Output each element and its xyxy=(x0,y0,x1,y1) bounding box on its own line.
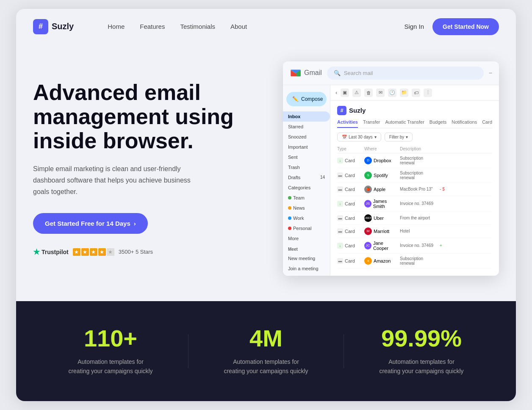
label-icon[interactable]: 🏷 xyxy=(412,89,420,97)
jane-avatar: JC xyxy=(364,242,371,249)
gmail-nav-more[interactable]: More xyxy=(283,233,330,244)
row-type-spotify: ▬ Card xyxy=(337,172,363,178)
star-2: ★ xyxy=(81,248,89,256)
stat-2-desc: Automation templates for creating your c… xyxy=(224,357,308,376)
nav-features[interactable]: Features xyxy=(140,23,165,30)
trustpilot-icon: ★ xyxy=(33,247,40,257)
desc-james: Invoice no. 37469 xyxy=(400,201,438,206)
move-icon[interactable]: 📁 xyxy=(400,89,408,97)
delete-icon[interactable]: 🗑 xyxy=(364,89,373,97)
gmail-new-meeting[interactable]: New meeting xyxy=(283,253,330,263)
tab-notifications[interactable]: Notifications xyxy=(452,119,477,128)
date-filter-label: Last 30 days xyxy=(349,135,373,139)
tab-activities[interactable]: Activities xyxy=(337,119,358,128)
desc-jane: Invoice no. 37469 xyxy=(400,243,438,248)
gmail-nav-important[interactable]: Important xyxy=(283,142,330,152)
dropbox-avatar: D xyxy=(364,157,372,164)
nav-home[interactable]: Home xyxy=(108,23,125,30)
sign-in-button[interactable]: Sign In xyxy=(404,23,424,30)
gmail-title: Gmail xyxy=(304,69,322,77)
gmail-search-bar[interactable]: 🔍 Search mail xyxy=(327,66,484,80)
compose-button[interactable]: ✏️ Compose xyxy=(286,92,327,106)
filterby-label: Filter by xyxy=(389,135,405,139)
archive-icon[interactable]: ▣ xyxy=(341,89,349,97)
suzly-tabs: Activities Transfer Automatic Transfer B… xyxy=(337,119,492,128)
more-icon[interactable]: ⋮ xyxy=(424,89,432,97)
nav-about[interactable]: About xyxy=(230,23,247,30)
nav-links: Home Features Testimonials About xyxy=(108,23,404,30)
table-row: ▬ Card 🍎 Apple MacBook Pro 13" - $ xyxy=(337,183,492,196)
spotify-avatar: S xyxy=(364,172,372,179)
gmail-nav-work[interactable]: Work xyxy=(283,213,330,223)
filterby-button[interactable]: Filter by ▾ xyxy=(385,133,413,141)
desc-dropbox: Subscription renewal xyxy=(400,156,438,165)
where-spotify: S Spotify xyxy=(364,172,398,179)
col-type: Type xyxy=(337,147,363,151)
gmail-nav-starred[interactable]: Starred xyxy=(283,122,330,132)
stats-section: 110+ Automation templates for creating y… xyxy=(16,301,516,402)
gmail-nav-trash[interactable]: Trash xyxy=(283,162,330,172)
get-started-nav-button[interactable]: Get Started Now xyxy=(432,18,499,35)
stat-3-desc: Automation templates for creating your c… xyxy=(379,357,464,376)
row-icon: ↓ xyxy=(337,243,343,249)
stat-2-number: 4M xyxy=(188,327,344,350)
uber-avatar: UBER xyxy=(364,214,372,222)
mark-icon[interactable]: ✉ xyxy=(376,89,385,97)
stat-2: 4M Automation templates for creating you… xyxy=(188,327,344,376)
gmail-nav-categories[interactable]: Categories xyxy=(283,183,330,193)
gmail-nav-drafts[interactable]: Drafts 14 xyxy=(283,172,330,183)
col-where: Where xyxy=(364,147,398,151)
compose-label: Compose xyxy=(301,96,323,102)
tab-budgets[interactable]: Budgets xyxy=(429,119,446,128)
table-row: ▬ Card S Spotify Subscription renewal xyxy=(337,168,492,183)
gmail-nav-snoozed[interactable]: Snoozed xyxy=(283,132,330,142)
gmail-collapse-icon[interactable]: − xyxy=(489,69,492,76)
hero-cta-button[interactable]: Get Started Free for 14 Days › xyxy=(33,213,148,234)
marriott-avatar: M xyxy=(364,227,372,235)
nav-actions: Sign In Get Started Now xyxy=(404,18,499,35)
spam-icon[interactable]: ⚠ xyxy=(352,89,361,97)
navbar: # Suzly Home Features Testimonials About… xyxy=(16,9,516,44)
where-amazon: a Amazon xyxy=(364,257,398,265)
hero-description: Simple email marketing is clean and user… xyxy=(33,163,194,198)
nav-testimonials[interactable]: Testimonials xyxy=(180,23,215,30)
back-icon[interactable]: ‹ xyxy=(335,89,337,96)
apple-avatar: 🍎 xyxy=(364,186,372,193)
row-icon: ↓ xyxy=(337,201,343,207)
where-apple: 🍎 Apple xyxy=(364,186,398,193)
where-dropbox: D Dropbox xyxy=(364,157,398,164)
col-description: Description xyxy=(400,147,438,151)
gmail-nav-personal[interactable]: Personal xyxy=(283,223,330,233)
row-type-marriott: ▬ Card xyxy=(337,228,363,234)
tab-card[interactable]: Card xyxy=(482,119,492,128)
row-icon: ▬ xyxy=(337,172,343,178)
gmail-nav-sent[interactable]: Sent xyxy=(283,152,330,162)
tab-auto-transfer[interactable]: Automatic Transfer xyxy=(385,119,424,128)
desc-marriott: Hotel xyxy=(400,229,438,233)
logo[interactable]: # Suzly xyxy=(33,19,74,34)
gmail-join-meeting[interactable]: Join a meeting xyxy=(283,263,330,274)
star-5: ★ xyxy=(107,248,114,256)
tab-transfer[interactable]: Transfer xyxy=(363,119,380,128)
table-row: ↓ Card JS James Smith Invoice no. 37469 xyxy=(337,196,492,212)
row-type-dropbox: ↓ Card xyxy=(337,158,363,163)
logo-text: Suzly xyxy=(52,22,74,31)
hangouts-section-title: Hangouts xyxy=(283,274,330,276)
col-amount xyxy=(440,147,478,151)
snooze-icon[interactable]: 🕐 xyxy=(388,89,396,97)
row-icon: ▬ xyxy=(337,228,343,234)
stat-3-number: 99.99% xyxy=(344,327,499,350)
gmail-content: ✏️ Compose Inbox Starred Snoozed Importa… xyxy=(283,85,499,276)
drafts-badge: 14 xyxy=(320,175,325,180)
row-icon: ▬ xyxy=(337,215,343,221)
trustpilot-rating-text: 3500+ 5 Stars xyxy=(119,249,153,255)
gmail-nav-inbox[interactable]: Inbox xyxy=(283,111,330,122)
amount-jane: + xyxy=(440,243,478,248)
date-filter-button[interactable]: 📅 Last 30 days ▾ xyxy=(337,133,381,141)
gmail-nav-news[interactable]: News xyxy=(283,203,330,213)
star-rating: ★ ★ ★ ★ ★ xyxy=(73,248,114,256)
trustpilot-logo: ★ Trustpilot xyxy=(33,247,69,257)
stat-1: 110+ Automation templates for creating y… xyxy=(33,327,188,376)
gmail-nav-team[interactable]: Team xyxy=(283,193,330,203)
stat-1-number: 110+ xyxy=(33,327,188,350)
